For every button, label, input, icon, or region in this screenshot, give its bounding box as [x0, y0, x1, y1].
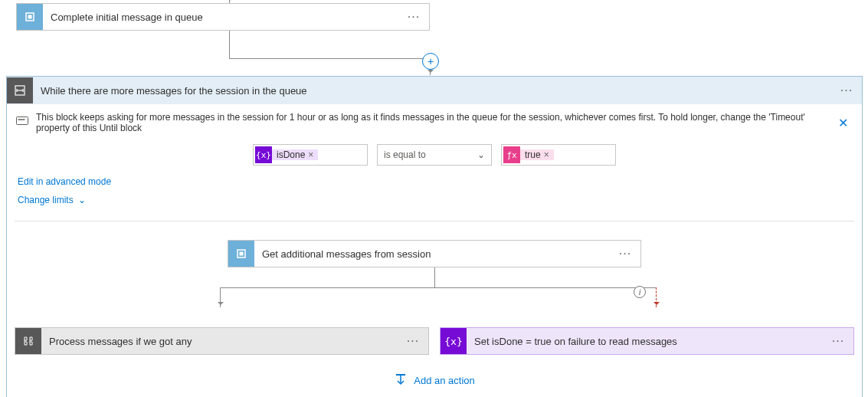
- connector-line: [229, 31, 230, 58]
- step-get-additional-messages[interactable]: Get additional messages from session ···: [228, 240, 641, 267]
- add-action-button[interactable]: Add an action: [15, 355, 854, 390]
- chevron-down-icon: ⌄: [477, 149, 485, 160]
- svg-rect-6: [396, 374, 405, 376]
- step-process-messages[interactable]: Process messages if we got any ···: [15, 327, 429, 355]
- step-title: Process messages if we got any: [41, 336, 398, 347]
- until-loop-container: While there are more messages for the se…: [6, 76, 863, 397]
- expression-token: ƒx true×: [503, 146, 554, 163]
- ellipsis-icon[interactable]: ···: [610, 247, 640, 261]
- remove-token-icon[interactable]: ×: [541, 149, 549, 160]
- info-message: This block keeps asking for more message…: [36, 112, 826, 133]
- loop-title: While there are more messages for the se…: [33, 85, 831, 97]
- info-icon[interactable]: i: [634, 286, 646, 298]
- ellipsis-icon[interactable]: ···: [831, 84, 862, 97]
- svg-rect-5: [240, 252, 244, 256]
- branch-row: Process messages if we got any ··· {x} S…: [15, 327, 854, 355]
- loop-header[interactable]: While there are more messages for the se…: [7, 77, 862, 104]
- close-icon[interactable]: ✕: [834, 116, 853, 130]
- connector-line: [434, 267, 435, 287]
- condition-row: {x} isDone× is equal to ⌄ ƒx true×: [7, 141, 862, 172]
- connector-arm-left: [220, 287, 221, 307]
- variable-token: {x} isDone×: [255, 146, 318, 163]
- token-label: isDone: [277, 149, 305, 160]
- service-bus-icon: [228, 241, 254, 267]
- operator-label: is equal to: [384, 149, 426, 160]
- condition-left-operand[interactable]: {x} isDone×: [253, 144, 368, 166]
- condition-operator-select[interactable]: is equal to ⌄: [377, 144, 492, 166]
- loop-body: Get additional messages from session ···…: [7, 221, 862, 397]
- ellipsis-icon[interactable]: ···: [823, 334, 853, 348]
- service-bus-icon: [17, 4, 43, 30]
- edit-advanced-mode-link[interactable]: Edit in advanced mode: [18, 176, 111, 187]
- condition-icon: [15, 328, 41, 354]
- ellipsis-icon[interactable]: ···: [398, 10, 429, 24]
- step-title: Complete initial message in queue: [43, 11, 398, 23]
- svg-rect-3: [17, 116, 28, 124]
- connector-arm-right-failure: [656, 287, 657, 307]
- info-bar: This block keeps asking for more message…: [7, 104, 862, 141]
- step-complete-initial-message[interactable]: Complete initial message in queue ···: [16, 3, 430, 31]
- step-title: Set isDone = true on failure to read mes…: [467, 336, 823, 347]
- fx-icon: ƒx: [503, 146, 520, 163]
- variable-icon: {x}: [441, 328, 467, 354]
- step-title: Get additional messages from session: [254, 248, 610, 260]
- remove-token-icon[interactable]: ×: [305, 149, 313, 160]
- loop-links: Edit in advanced mode Change limits ⌄: [7, 172, 862, 221]
- ellipsis-icon[interactable]: ···: [398, 334, 428, 348]
- variable-icon: {x}: [255, 146, 272, 163]
- condition-right-operand[interactable]: ƒx true×: [501, 144, 616, 166]
- loop-icon: [7, 77, 33, 103]
- connector-h-arm: [220, 287, 657, 288]
- add-step-button[interactable]: +: [422, 53, 439, 70]
- add-action-label: Add an action: [414, 375, 475, 386]
- token-label: true: [525, 149, 541, 160]
- comment-icon: [16, 116, 28, 130]
- step-set-isdone-on-failure[interactable]: {x} Set isDone = true on failure to read…: [440, 327, 854, 355]
- connector-line-h: [229, 58, 430, 59]
- svg-rect-1: [28, 15, 32, 19]
- add-action-icon: [394, 373, 408, 387]
- change-limits-link[interactable]: Change limits ⌄: [18, 195, 86, 205]
